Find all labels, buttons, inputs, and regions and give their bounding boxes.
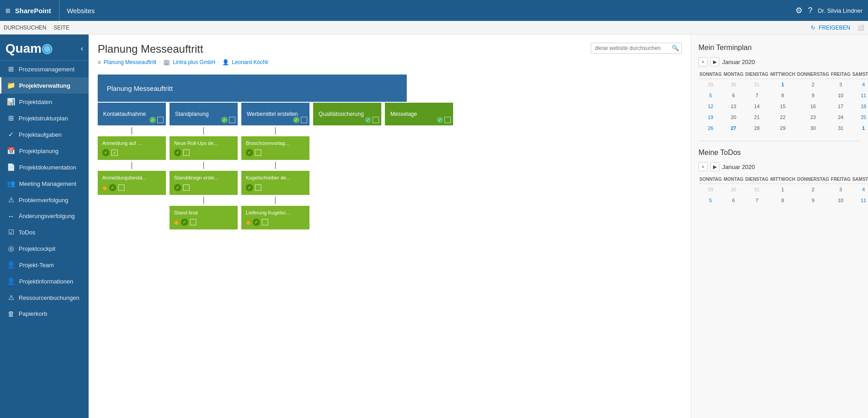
user-name[interactable]: Dr. Silvia Lindner [818,7,863,14]
cal-day-5[interactable]: 5 [698,195,723,206]
sidebar-item-projektplanung[interactable]: 📅 Projektplanung [0,143,89,159]
cal-day-10[interactable]: 10 [830,90,851,101]
phase-check-standplanung[interactable]: ✓ [221,117,228,123]
task-check-standplanung-0[interactable]: ✓ [174,149,181,156]
task-box-standplanung-2[interactable] [190,219,196,225]
cal-day-29[interactable]: 29 [698,79,723,90]
sidebar-item-prozessmanagement[interactable]: ⊞ Prozessmanagement [0,61,89,77]
bc-link-1[interactable]: Lintra plus GmbH [173,59,215,65]
cal-day-20[interactable]: 20 [723,112,744,123]
task-box-standplanung-0[interactable] [183,149,190,156]
phase-box-standplanung[interactable] [229,117,235,123]
cal-day-27[interactable]: 27 [723,123,744,134]
cal-day-23[interactable]: 23 [796,112,830,123]
cal-day-31[interactable]: 31 [830,123,851,134]
cal-day-28[interactable]: 28 [744,123,769,134]
task-box-werbemittel-0[interactable] [255,149,261,156]
task-box-werbemittel-2[interactable] [262,219,268,225]
cal-day-1[interactable]: 1 [769,79,796,90]
help-icon[interactable]: ? [808,6,813,15]
grid-icon[interactable]: ⊞ [5,7,10,14]
cal-day-4[interactable]: 4 [851,79,868,90]
search-input[interactable] [591,43,682,54]
sidebar-item-projektaufgaben[interactable]: ✓ Projektaufgaben [0,126,89,143]
cal-day-6[interactable]: 6 [723,195,744,206]
cal-day-2[interactable]: 2 [796,79,830,90]
cal-day-24[interactable]: 24 [830,112,851,123]
cal-day-5[interactable]: 5 [698,90,723,101]
sidebar-item-projektcockpit[interactable]: ◎ Projektcockpit [0,240,89,257]
cal-day-30[interactable]: 30 [723,79,744,90]
cal-day-22[interactable]: 22 [769,112,796,123]
cal-day-15[interactable]: 15 [769,101,796,112]
sidebar-item-aenderungsverfolgung[interactable]: ↔ Änderungsverfolgung [0,208,89,224]
phase-check-qualitaetssicherung[interactable]: ✓ [365,117,371,123]
task-box-werbemittel-1[interactable] [255,184,261,191]
cal-day-10[interactable]: 10 [830,195,851,206]
phase-box-kontaktaufnahme[interactable] [157,117,164,123]
cal-day-16[interactable]: 16 [796,101,830,112]
collapse-icon[interactable]: ⬜ [858,25,864,31]
cal-prev-2[interactable]: + [698,162,708,171]
task-check-standplanung-2[interactable]: ✓ [181,219,188,226]
cal-day-8[interactable]: 8 [769,90,796,101]
cal-day-3[interactable]: 3 [830,184,851,195]
cal-day-7[interactable]: 7 [744,195,769,206]
cal-day-1[interactable]: 1 [769,184,796,195]
sidebar-item-projektinformationen[interactable]: 👤 Projektinformationen [0,273,89,289]
sidebar-item-projektverwaltung[interactable]: 📁 Projektverwaltung [0,77,89,94]
websites-label[interactable]: Websites [59,0,102,21]
sidebar-item-projektstrukturplan[interactable]: ⊞ Projektstrukturplan [0,110,89,126]
cal-day-18[interactable]: 18 [851,101,868,112]
cal-day-6[interactable]: 6 [723,90,744,101]
cal-day-26[interactable]: 26 [698,123,723,134]
phase-box-werbemittel[interactable] [301,117,307,123]
cal-day-29[interactable]: 29 [769,123,796,134]
sidebar-item-papierkorb[interactable]: 🗑 Papierkorb [0,306,89,322]
cal-day-1[interactable]: 1 [851,123,868,134]
cal-day-8[interactable]: 8 [769,195,796,206]
sidebar-item-projektdaten[interactable]: 📊 Projektdaten [0,94,89,110]
task-box-kontaktaufnahme-1[interactable] [118,184,125,191]
sidebar-item-projektdokumentation[interactable]: 📄 Projektdokumentation [0,159,89,175]
cal-day-11[interactable]: 11 [851,90,868,101]
sidebar-item-meeting-management[interactable]: 👥 Meeting Management [0,175,89,192]
phase-box-qualitaetssicherung[interactable] [373,117,379,123]
cal-day-3[interactable]: 3 [830,79,851,90]
cal-day-11[interactable]: 11 [851,195,868,206]
task-check-standplanung-1[interactable]: ✓ [174,184,181,191]
task-box-checked-kontaktaufnahme-0[interactable] [111,149,118,156]
task-check-werbemittel-1[interactable]: ✓ [246,184,253,191]
sidebar-item-projekt-team[interactable]: 👤 Projekt-Team [0,257,89,273]
cal-next-2[interactable]: ▶ [710,162,719,171]
cal-day-2[interactable]: 2 [796,184,830,195]
cal-prev-1[interactable]: + [698,57,708,66]
sidebar-item-todos[interactable]: ☑ ToDos [0,224,89,240]
bc-link-2[interactable]: Leonard Köchli [232,59,268,65]
cal-day-30[interactable]: 30 [723,184,744,195]
task-check-werbemittel-0[interactable]: ✓ [246,149,253,156]
cal-day-17[interactable]: 17 [830,101,851,112]
cal-day-25[interactable]: 25 [851,112,868,123]
cal-day-9[interactable]: 9 [796,90,830,101]
cal-day-9[interactable]: 9 [796,195,830,206]
phase-check-werbemittel[interactable]: ✓ [293,117,299,123]
cal-day-13[interactable]: 13 [723,101,744,112]
cal-day-12[interactable]: 12 [698,101,723,112]
cal-day-21[interactable]: 21 [744,112,769,123]
cal-day-19[interactable]: 19 [698,112,723,123]
phase-check-messetage[interactable]: ✓ [437,117,443,123]
sidebar-collapse-button[interactable]: ‹ [81,45,83,53]
cal-day-31[interactable]: 31 [744,79,769,90]
task-check-kontaktaufnahme-1[interactable]: ✓ [109,184,116,191]
cal-day-29[interactable]: 29 [698,184,723,195]
task-check-kontaktaufnahme-0[interactable]: ✓ [102,149,110,156]
seite-link[interactable]: SEITE [54,25,70,31]
cal-next-1[interactable]: ▶ [710,57,719,66]
cal-day-14[interactable]: 14 [744,101,769,112]
sidebar-item-problemverfolgung[interactable]: ⚠ Problemverfolgung [0,192,89,208]
sidebar-item-ressourcenbuchungen[interactable]: ⚠ Ressourcenbuchungen [0,289,89,306]
freigeben-link[interactable]: FREIGEBEN [819,25,850,31]
phase-box-messetage[interactable] [444,117,451,123]
cal-day-31[interactable]: 31 [744,184,769,195]
